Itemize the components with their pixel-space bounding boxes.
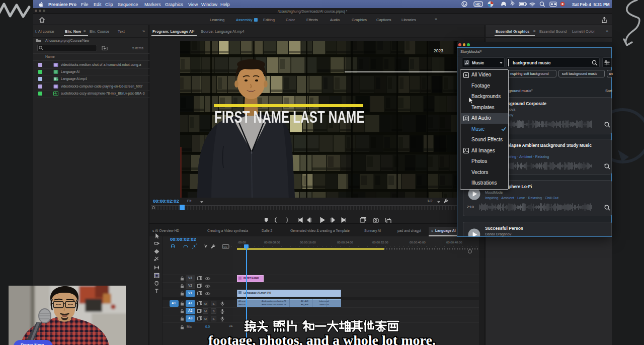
svg-text:footage, photos, and a whole l: footage, photos, and a whole lot more.	[208, 332, 436, 345]
